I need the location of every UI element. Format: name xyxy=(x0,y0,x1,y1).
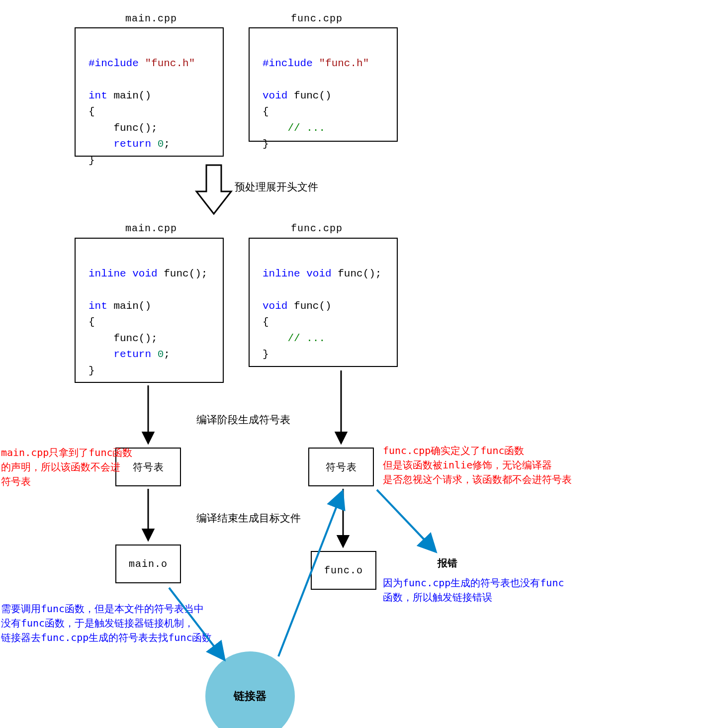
code-token: return xyxy=(113,138,151,150)
code-token: int xyxy=(89,300,107,312)
code-token: } xyxy=(89,155,95,166)
main-o-box: main.o xyxy=(115,545,181,583)
file-label-main-mid: main.cpp xyxy=(125,223,177,234)
code-box-func-mid: inline void func(); void func() { // ...… xyxy=(249,238,398,367)
compile-stage-label: 编译阶段生成符号表 xyxy=(196,413,290,427)
code-token: void xyxy=(132,268,157,279)
code-token: main() xyxy=(107,90,151,101)
code-token: inline xyxy=(263,268,300,279)
code-token: { xyxy=(89,106,95,117)
code-token: { xyxy=(263,106,269,117)
compile-end-label: 编译结束生成目标文件 xyxy=(196,511,301,525)
code-token: { xyxy=(89,316,95,328)
code-token: // ... xyxy=(263,333,325,344)
code-token: // ... xyxy=(263,122,325,134)
annotation-blue-left: 需要调用func函数，但是本文件的符号表当中 没有func函数，于是触发链接器链… xyxy=(1,602,212,645)
code-token: func(); xyxy=(158,268,208,279)
code-token: #include xyxy=(89,58,139,69)
code-token: void xyxy=(263,90,287,101)
file-label-func-mid: func.cpp xyxy=(291,223,343,234)
annotation-red-left: main.cpp只拿到了func函数 的声明，所以该函数不会进 符号表 xyxy=(1,446,133,489)
code-token: "func.h" xyxy=(145,58,195,69)
symtab-box-right: 符号表 xyxy=(308,448,374,486)
code-token: int xyxy=(89,90,107,101)
code-token: func() xyxy=(287,300,331,312)
code-token: { xyxy=(263,316,269,328)
code-token: } xyxy=(263,349,269,360)
annotation-red-right: func.cpp确实定义了func函数 但是该函数被inlie修饰，无论编译器 … xyxy=(383,444,572,487)
annotation-blue-error-title: 报错 xyxy=(438,556,457,570)
code-token: ; xyxy=(164,138,170,150)
code-token: } xyxy=(89,365,95,376)
code-token: return xyxy=(113,349,151,360)
linker-circle: 链接器 xyxy=(205,651,295,728)
code-token: #include xyxy=(263,58,313,69)
arrow-symtab-to-error xyxy=(377,490,435,551)
code-token: main() xyxy=(107,300,151,312)
file-label-main-top: main.cpp xyxy=(125,13,177,24)
func-o-box: func.o xyxy=(311,551,376,590)
code-token: inline xyxy=(89,268,126,279)
code-token: func(); xyxy=(332,268,382,279)
code-token: func(); xyxy=(89,333,158,344)
code-token: void xyxy=(306,268,331,279)
file-label-func-top: func.cpp xyxy=(291,13,343,24)
code-token: 0 xyxy=(158,349,164,360)
code-token: func() xyxy=(287,90,331,101)
code-token: func(); xyxy=(89,122,158,134)
code-box-main-mid: inline void func(); int main() { func();… xyxy=(75,238,224,383)
code-token: } xyxy=(263,138,269,150)
code-box-main-top: #include "func.h" int main() { func(); r… xyxy=(75,27,224,157)
annotation-blue-right: 因为func.cpp生成的符号表也没有func 函数，所以触发链接错误 xyxy=(383,576,564,605)
code-token: ; xyxy=(164,349,170,360)
code-token: 0 xyxy=(158,138,164,150)
code-token: void xyxy=(263,300,287,312)
code-box-func-top: #include "func.h" void func() { // ... } xyxy=(249,27,398,142)
preprocess-label: 预处理展开头文件 xyxy=(235,180,318,194)
code-token: "func.h" xyxy=(319,58,369,69)
